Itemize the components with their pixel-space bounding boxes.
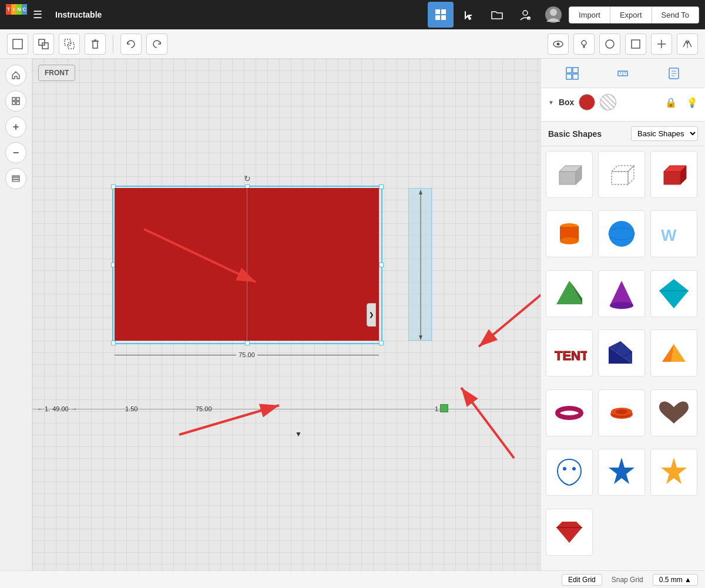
shape-item-pyramid[interactable]: [546, 270, 593, 317]
import-button[interactable]: Import: [569, 6, 610, 23]
eye-icon[interactable]: 💡: [686, 97, 698, 108]
canvas-area[interactable]: FRONT ↻: [32, 59, 540, 570]
svg-rect-12: [65, 39, 70, 45]
svg-rect-58: [559, 172, 576, 184]
avatar-button[interactable]: [540, 2, 566, 28]
shape-tool-1[interactable]: [599, 33, 620, 55]
color-solid-button[interactable]: [579, 94, 595, 110]
select-all-button[interactable]: [5, 90, 26, 112]
grid-view-button[interactable]: [428, 2, 454, 28]
snap-value-button[interactable]: 0.5 mm ▲: [653, 574, 698, 586]
view-button[interactable]: [548, 33, 569, 55]
svg-rect-30: [12, 102, 15, 105]
svg-rect-34: [12, 176, 19, 177]
new-shape-button[interactable]: [7, 33, 28, 55]
logo-i: I: [11, 4, 16, 15]
svg-rect-47: [573, 68, 578, 73]
svg-rect-10: [39, 39, 45, 45]
dim-label-49: ←1.▶49.00◀1.49.00→: [37, 405, 78, 412]
layers-button[interactable]: [5, 168, 26, 189]
ungroup-button[interactable]: [59, 33, 80, 55]
menu-icon[interactable]: ☰: [33, 8, 42, 21]
svg-text:+: +: [528, 17, 531, 21]
svg-text:TENT: TENT: [555, 348, 587, 363]
delete-button[interactable]: [85, 33, 106, 55]
redo-button[interactable]: [146, 33, 167, 55]
handle-bottom-mid[interactable]: [245, 341, 250, 345]
shape-item-star2[interactable]: [650, 449, 697, 496]
shape-tool-2[interactable]: [625, 33, 646, 55]
svg-point-18: [557, 42, 560, 45]
color-hole-button[interactable]: [600, 94, 616, 110]
shape-item-heart[interactable]: [650, 389, 697, 436]
handle-bottom-right[interactable]: [379, 341, 384, 345]
sendto-button[interactable]: Send To: [652, 6, 699, 23]
box-object-container[interactable]: ↻ 36.00 75.00: [115, 188, 379, 341]
svg-rect-61: [612, 172, 628, 184]
shape-item-text[interactable]: W: [650, 210, 697, 257]
shape-tool-3[interactable]: [651, 33, 672, 55]
svg-rect-2: [435, 15, 440, 20]
export-button[interactable]: Export: [610, 6, 652, 23]
ruler-panel-button[interactable]: [610, 61, 636, 86]
svg-point-8: [550, 9, 557, 16]
svg-marker-37: [419, 335, 422, 340]
shape-item-sphere[interactable]: [598, 210, 645, 257]
handle-right-mid[interactable]: [379, 263, 384, 267]
width-dimension: 75.00: [115, 351, 379, 358]
svg-rect-49: [573, 74, 578, 79]
group-button[interactable]: [33, 33, 54, 55]
dim-label-7500: 75.00: [196, 405, 212, 412]
svg-marker-92: [661, 458, 687, 484]
undo-button[interactable]: [120, 33, 142, 55]
shapes-dropdown[interactable]: Basic Shapes: [631, 126, 698, 141]
front-label: FRONT: [38, 65, 75, 81]
shape-item-empty[interactable]: [546, 449, 593, 496]
mirror-button[interactable]: [677, 33, 698, 55]
box-shape[interactable]: [115, 188, 379, 341]
shape-item-text3d[interactable]: TENT: [546, 330, 593, 377]
notes-panel-button[interactable]: [661, 61, 687, 86]
edit-grid-button[interactable]: Edit Grid: [562, 574, 602, 586]
svg-marker-36: [419, 190, 422, 194]
rotation-handle[interactable]: ↻: [244, 174, 251, 183]
shape-item-cone[interactable]: [598, 270, 645, 317]
shape-item-diamond[interactable]: [650, 270, 697, 317]
svg-marker-91: [609, 458, 634, 484]
folder-button[interactable]: [484, 2, 510, 28]
shape-item-box-red[interactable]: [650, 151, 697, 198]
right-panel-icons: [541, 59, 705, 88]
svg-rect-9: [13, 39, 22, 49]
shape-item-cylinder[interactable]: [546, 210, 593, 257]
shape-item-star1[interactable]: [598, 449, 645, 496]
shape-item-wedge[interactable]: [598, 330, 645, 377]
zoom-in-button[interactable]: +: [5, 116, 26, 137]
home-button[interactable]: [5, 65, 26, 86]
zoom-out-button[interactable]: −: [5, 142, 26, 163]
handle-top-right[interactable]: [379, 184, 384, 189]
svg-point-4: [523, 11, 528, 15]
shape-item-ring[interactable]: [598, 389, 645, 436]
shape-item-torus[interactable]: [546, 389, 593, 436]
svg-rect-0: [435, 9, 440, 14]
svg-rect-64: [664, 172, 680, 184]
shape-item-gem[interactable]: [546, 509, 593, 556]
user-button[interactable]: +: [512, 2, 538, 28]
shape-item-box[interactable]: [546, 151, 593, 198]
shape-item-roof[interactable]: [650, 330, 697, 377]
collapse-panel-button[interactable]: ❯: [367, 303, 376, 327]
main-content: + − FRONT ↻: [0, 59, 705, 570]
lock-icon[interactable]: 🔒: [665, 97, 677, 108]
svg-rect-48: [566, 74, 572, 79]
pick-button[interactable]: [456, 2, 482, 28]
grid-panel-button[interactable]: [559, 61, 585, 86]
shape-name-label: Box: [559, 98, 574, 107]
svg-point-70: [609, 221, 634, 247]
dim-label-150-left: 1.50: [125, 405, 137, 412]
handle-bottom-left[interactable]: [111, 341, 116, 345]
shape-dropdown-arrow[interactable]: ▼: [548, 99, 554, 106]
right-panel: ▼ Box 🔒 💡 Basic Shapes Basic Shapes: [540, 59, 705, 570]
shape-item-box-hole[interactable]: [598, 151, 645, 198]
lightbulb-button[interactable]: [573, 33, 595, 55]
svg-marker-73: [556, 281, 582, 304]
